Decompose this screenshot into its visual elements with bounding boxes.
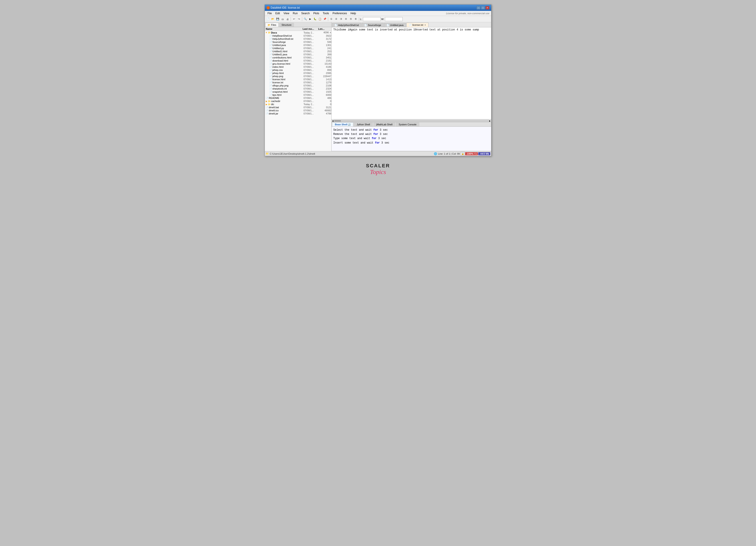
tree-item-download[interactable]: 📄 download.html 07/08/1... 2181 — [265, 59, 331, 62]
toolbar-copy[interactable]: 📋 — [318, 17, 322, 21]
tree-item-dic[interactable]: ▶ 📁 dic Today 2... 0 — [265, 103, 331, 106]
shell-tab-jython[interactable]: Jython Shell — [354, 122, 373, 127]
close-button[interactable]: ✕ — [485, 6, 489, 10]
tree-item-dmelt-ico[interactable]: 📄 dmelt.ico 07/08/1... 49082 — [265, 109, 331, 112]
editor-tab-untitled-java[interactable]: 📄 Untitled.java — [384, 23, 406, 27]
editor-tab-helpjython[interactable]: 📄 HelpJythonShell.txt — [332, 23, 361, 27]
tree-date-dmelt-ico: 07/08/1... — [304, 109, 319, 112]
tree-item-readme[interactable]: 📄 README 07/08/1... 486 — [265, 97, 331, 100]
toolbar-undo[interactable]: ↩ — [292, 17, 296, 21]
file-icon-untitled1-java: 📄 — [269, 53, 272, 56]
menu-tools[interactable]: Tools — [321, 11, 331, 15]
toolbar-debug[interactable]: 🐛 — [313, 17, 317, 21]
tree-item-sflogo[interactable]: 📄 sflogo.php.png 07/08/1... 2108 — [265, 84, 331, 87]
tree-item-license-txt[interactable]: 📄 license.txt 07/08/1... 1279 — [265, 81, 331, 84]
tree-item-jehep-css[interactable]: 📄 jehep.css 07/08/1... 899 — [265, 68, 331, 72]
toolbar-b2[interactable]: ② — [334, 17, 338, 21]
tree-label-download: download.html — [272, 59, 304, 62]
toolbar-run[interactable]: ▶ — [308, 17, 312, 21]
menu-search[interactable]: Search — [300, 11, 312, 15]
menu-plots[interactable]: Plots — [312, 11, 321, 15]
main-content: 📂 Files Structure Name Last mo... Len...… — [265, 22, 491, 151]
structure-tab-label: Structure — [281, 24, 292, 26]
shell-tab-console[interactable]: System Console — [396, 122, 419, 127]
tree-item-dmelt-bat[interactable]: 📄 dmelt.bat 07/08/1... 3121 — [265, 106, 331, 109]
maximize-button[interactable]: □ — [481, 6, 485, 10]
tree-date-download: 07/08/1... — [304, 59, 319, 62]
tree-len-index: 4186 — [319, 66, 331, 68]
tree-item-untitled-java[interactable]: 📄 Untitled.java 07/08/1... 1301 — [265, 44, 331, 47]
toolbar-redo[interactable]: ↪ — [297, 17, 301, 21]
tree-len-tips: 6000 — [319, 94, 331, 96]
tree-date-sharptools: 07/08/1... — [304, 87, 319, 90]
toolbar-paste[interactable]: 📌 — [323, 17, 327, 21]
tree-item-license-html[interactable]: 📄 license.html 07/08/1... 1413 — [265, 78, 331, 81]
watermark-scaler: SCALER — [366, 163, 390, 169]
tree-item-index[interactable]: 📄 index.html 07/08/1... 4186 — [265, 65, 331, 68]
tree-item-snapshot[interactable]: 📄 snapshot.html 07/08/1... 1925 — [265, 90, 331, 93]
tree-item-docs[interactable]: ▼ 📁 Docs Today 2... 4096 ∧ — [265, 31, 331, 34]
toolbar-b5[interactable]: ⑤ — [349, 17, 353, 21]
tree-item-untitled1-html[interactable]: 📄 Untitled1.html 07/08/1... 253 — [265, 50, 331, 53]
file-tree-header: Name Last mo... Len... — [265, 27, 331, 31]
tree-len-license-html: 1413 — [319, 78, 331, 81]
tree-item-untitled1-java[interactable]: 📄 Untitled1.java 07/08/1... 399 — [265, 53, 331, 56]
menu-file[interactable]: File — [266, 11, 273, 15]
toolbar-save-all[interactable]: 🗂 — [280, 17, 285, 21]
scroll-left-btn[interactable]: ◀ — [332, 120, 334, 122]
tree-item-helpbeanshell[interactable]: 📄 HelpBeanShell.txt 07/08/1... 3922 — [265, 34, 331, 37]
toolbar-open[interactable]: 📂 — [271, 17, 275, 21]
toolbar-W-input[interactable] — [385, 17, 403, 21]
tree-item-contributions[interactable]: 📄 contributions.html 07/08/1... 3451 — [265, 56, 331, 59]
minimize-button[interactable]: ─ — [477, 6, 481, 10]
tree-item-sharptools[interactable]: 📄 sharptools.ini 07/08/1... 2324 — [265, 87, 331, 90]
tree-date-gnu: 07/08/1... — [304, 62, 319, 65]
toolbar-new[interactable]: 📄 — [266, 17, 270, 21]
tab-close-license-txt[interactable]: ✕ — [424, 24, 426, 26]
tree-item-cachedir[interactable]: ▶ 📁 cachedir 07/08/1... 0 — [265, 100, 331, 103]
tab-files[interactable]: 📂 Files — [265, 23, 279, 27]
file-icon-sourceforge: 📄 — [269, 41, 272, 43]
editor-scrollbar-h[interactable]: ◀ ▶ — [332, 119, 491, 122]
shell-tab-jmathlab[interactable]: jMathLab Shell — [373, 122, 395, 127]
file-icon-gnu: 📄 — [269, 63, 272, 65]
toolbar-b6[interactable]: ⑥ — [354, 17, 358, 21]
shell-tab-beanshell[interactable]: Bean Shell 🔄 — [332, 122, 353, 127]
tree-item-helpjython[interactable]: 📄 HelpJythonShell.txt 07/08/1... 3172 — [265, 37, 331, 40]
menu-help[interactable]: Help — [349, 11, 358, 15]
editor-area[interactable]: ThisSome iAgain some text is inserted at… — [332, 27, 491, 119]
scroll-right-btn[interactable]: ▶ — [489, 120, 491, 122]
tree-label-dmelt-bat: dmelt.bat — [269, 106, 304, 109]
scrollbar-thumb[interactable] — [334, 120, 341, 122]
folder-icon-dic: 📁 — [268, 103, 271, 106]
tree-item-untitled-py[interactable]: 📄 Untitled.py 07/08/1... 241 — [265, 47, 331, 50]
tree-label-index: index.html — [272, 66, 304, 68]
toolbar-print[interactable]: 🖨 — [285, 17, 290, 21]
tree-item-jehep-png[interactable]: 📄 jehep.png 07/08/1... 228447 — [265, 75, 331, 78]
menu-run[interactable]: Run — [291, 11, 300, 15]
menu-view[interactable]: View — [282, 11, 291, 15]
scrollbar-track[interactable] — [334, 120, 489, 122]
tab-structure[interactable]: Structure — [279, 23, 294, 27]
menu-preferences[interactable]: Preferences — [331, 11, 349, 15]
tree-label-cachedir: cachedir — [271, 100, 304, 103]
tree-item-sourceforge[interactable]: 📄 Sourceforge 07/08/1... 599 — [265, 40, 331, 44]
tree-item-jehep-html[interactable]: 📄 jehep.html 07/08/1... 2995 — [265, 72, 331, 75]
tree-item-tips[interactable]: 📄 tips.html 07/08/1... 6000 — [265, 93, 331, 97]
tree-item-dmelt-jar[interactable]: 📄 dmelt.jar 07/08/1... 4788 — [265, 112, 331, 115]
toolbar-b4[interactable]: ④ — [344, 17, 348, 21]
editor-tab-sourceforge[interactable]: 📄 Sourceforge — [362, 23, 384, 27]
app-icon — [267, 6, 270, 9]
toolbar-b1[interactable]: ① — [329, 17, 334, 21]
editor-tab-license-txt[interactable]: 📄 license.txt ✕ — [406, 23, 428, 27]
toolbar-b3[interactable]: ③ — [339, 17, 343, 21]
tree-item-gnu[interactable]: 📄 gnu-license.html 07/08/1... 15143 — [265, 62, 331, 65]
toolbar-save[interactable]: 💾 — [275, 17, 280, 21]
editor-content: ThisSome iAgain some text is inserted at… — [333, 28, 479, 31]
toolbar-search[interactable]: 🔍 — [303, 17, 308, 21]
toolbar-L-input[interactable] — [363, 17, 381, 21]
tree-len-untitled1-java: 399 — [319, 53, 331, 56]
tree-len-dic: 0 — [319, 103, 331, 106]
panel-tabs: 📂 Files Structure — [265, 22, 331, 27]
menu-edit[interactable]: Edit — [273, 11, 282, 15]
